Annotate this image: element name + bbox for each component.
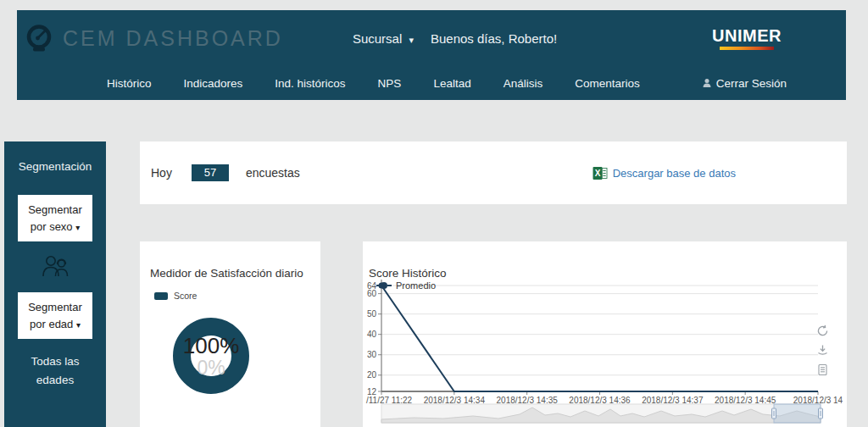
segment-by-sex-line2: por sexo xyxy=(31,220,73,233)
survey-unit-label: encuestas xyxy=(246,166,300,180)
logout-label: Cerrar Sesión xyxy=(716,77,787,90)
main-nav: Histórico Indicadores Ind. históricos NP… xyxy=(17,66,846,100)
greeting-text: Buenos días, Roberto! xyxy=(431,31,557,46)
sidebar-title: Segmentación xyxy=(19,160,92,173)
svg-text:X: X xyxy=(594,169,600,178)
svg-text:2018/12/3 14:34: 2018/12/3 14:34 xyxy=(424,396,486,405)
svg-text:2018/12/3 14:37: 2018/12/3 14:37 xyxy=(642,396,704,405)
segment-by-age-line1: Segmentar xyxy=(28,301,82,313)
segment-by-age-line2: por edad xyxy=(30,318,73,330)
svg-text:2018/12/3 14:45: 2018/12/3 14:45 xyxy=(715,396,776,405)
header-top-row: CEM DASHBOARD Sucursal ▾ Buenos días, Ro… xyxy=(17,10,846,66)
gauge-title: Medidor de Satisfacción diario xyxy=(150,267,303,280)
chart-toolbox xyxy=(816,324,829,376)
promedio-legend-label: Promedio xyxy=(396,280,436,291)
segmentation-sidebar: Segmentación Segmentar por sexo ▾ Segmen… xyxy=(4,141,106,427)
daily-satisfaction-card: Medidor de Satisfacción diario Score 100… xyxy=(140,241,320,427)
svg-text:40: 40 xyxy=(367,330,377,339)
score-history-card: Score Histórico Promedio 12203040506064/… xyxy=(363,241,847,427)
promedio-legend-marker xyxy=(376,282,392,289)
branch-selector-label: Sucursal xyxy=(353,31,402,46)
history-chart-legend[interactable]: Promedio xyxy=(376,280,436,291)
gauge-secondary-value: 0% xyxy=(197,358,225,378)
svg-text:2018/12/3 14:35: 2018/12/3 14:35 xyxy=(497,396,559,405)
segment-by-sex-button[interactable]: Segmentar por sexo ▾ xyxy=(18,195,92,241)
history-chart-title: Score Histórico xyxy=(369,267,447,280)
svg-text:50: 50 xyxy=(367,309,377,319)
age-filter-status: Todas las edades xyxy=(31,352,79,391)
unimer-logo-gradient-bar xyxy=(720,47,774,50)
gauge-primary-value: 100% xyxy=(183,335,240,357)
nav-item-analisis[interactable]: Análisis xyxy=(504,77,543,90)
survey-count-badge: 57 xyxy=(192,164,229,181)
speedometer-icon xyxy=(24,23,54,53)
nav-item-nps[interactable]: NPS xyxy=(378,77,402,90)
data-view-icon[interactable] xyxy=(816,363,829,376)
caret-down-icon: ▾ xyxy=(76,320,81,330)
age-filter-line1: Todas las xyxy=(31,355,79,368)
person-icon xyxy=(702,78,712,88)
svg-text:60: 60 xyxy=(367,289,377,298)
caret-down-icon: ▾ xyxy=(75,223,80,232)
svg-text:64: 64 xyxy=(367,281,377,291)
app-header: CEM DASHBOARD Sucursal ▾ Buenos días, Ro… xyxy=(17,10,846,100)
unimer-logo-text: UNIMER xyxy=(712,27,782,44)
app-title: CEM DASHBOARD xyxy=(63,26,283,51)
unimer-logo: UNIMER xyxy=(712,27,782,50)
satisfaction-donut-gauge: 100% 0% xyxy=(173,318,249,394)
age-filter-line2: edades xyxy=(36,374,74,386)
nav-item-lealtad[interactable]: Lealtad xyxy=(433,77,470,90)
branch-selector[interactable]: Sucursal ▾ xyxy=(353,31,414,46)
logout-button[interactable]: Cerrar Sesión xyxy=(702,77,787,90)
excel-icon: X xyxy=(593,166,608,180)
svg-text:30: 30 xyxy=(367,350,377,359)
couple-icon xyxy=(40,253,70,280)
svg-text:12: 12 xyxy=(367,387,377,396)
segment-by-age-button[interactable]: Segmentar por edad ▾ xyxy=(18,292,92,339)
today-label: Hoy xyxy=(151,166,172,180)
svg-text:2018/12/3 14: 2018/12/3 14 xyxy=(793,396,843,405)
svg-text:/11/27 11:22: /11/27 11:22 xyxy=(366,396,413,405)
gauge-legend: Score xyxy=(154,291,197,301)
caret-down-icon: ▾ xyxy=(409,35,414,45)
nav-item-indicadores[interactable]: Indicadores xyxy=(184,77,243,90)
download-database-label: Descargar base de datos xyxy=(613,167,736,180)
nav-item-ind-historicos[interactable]: Ind. históricos xyxy=(275,77,345,90)
nav-item-comentarios[interactable]: Comentarios xyxy=(575,77,640,90)
today-summary-card: Hoy 57 encuestas X Descargar base de dat… xyxy=(140,141,847,204)
svg-text:2018/12/3 14:36: 2018/12/3 14:36 xyxy=(569,396,631,405)
download-image-icon[interactable] xyxy=(816,344,829,357)
score-legend-label: Score xyxy=(174,291,197,301)
score-legend-swatch xyxy=(154,292,168,300)
segment-by-sex-line1: Segmentar xyxy=(28,203,82,216)
nav-item-historico[interactable]: Histórico xyxy=(107,77,152,90)
svg-text:20: 20 xyxy=(367,370,377,380)
download-database-link[interactable]: X Descargar base de datos xyxy=(593,166,736,180)
refresh-icon[interactable] xyxy=(816,324,829,337)
